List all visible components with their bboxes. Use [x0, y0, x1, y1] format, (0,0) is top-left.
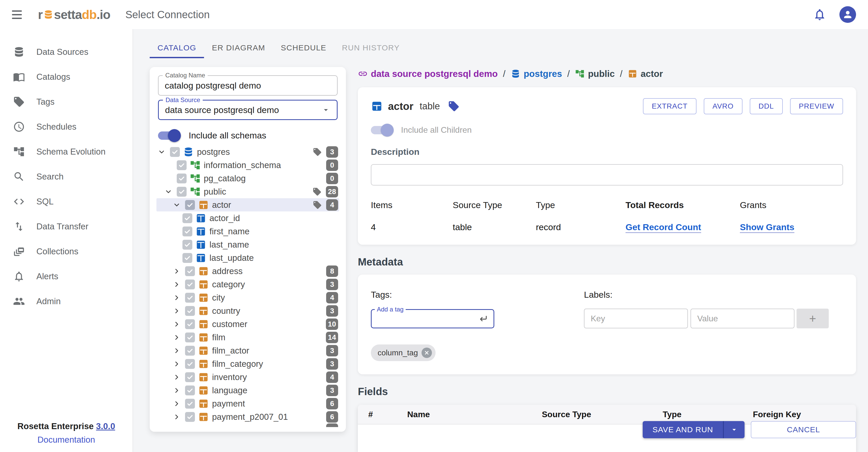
cancel-button[interactable]: CANCEL	[751, 421, 856, 438]
chevron-right-icon[interactable]	[172, 306, 182, 316]
chevron-right-icon[interactable]	[172, 279, 182, 290]
sidebar-item-alerts[interactable]: Alerts	[0, 264, 132, 289]
chevron-down-icon[interactable]	[163, 187, 174, 197]
sidebar-item-admin[interactable]: Admin	[0, 289, 132, 314]
checkbox[interactable]	[185, 280, 195, 289]
chevron-right-icon[interactable]	[172, 346, 182, 356]
checkbox[interactable]	[185, 399, 195, 409]
avro-button[interactable]: AVRO	[704, 98, 742, 114]
chevron-right-icon[interactable]	[172, 319, 182, 329]
tree-row-film[interactable]: film 14	[156, 331, 339, 344]
documentation-link[interactable]: Documentation	[37, 434, 95, 446]
tree-row-film-category[interactable]: film_category 3	[156, 357, 339, 370]
breadcrumb-table[interactable]: actor	[628, 69, 663, 79]
chevron-right-icon[interactable]	[172, 372, 182, 382]
sidebar-item-sql[interactable]: SQL	[0, 189, 132, 214]
checkbox[interactable]	[182, 227, 192, 236]
tab-er-diagram[interactable]: ER DIAGRAM	[204, 38, 273, 58]
tree-row-first-name[interactable]: first_name	[156, 225, 339, 238]
hamburger-menu-icon[interactable]	[12, 10, 22, 19]
chevron-right-icon[interactable]	[172, 266, 182, 277]
checkbox[interactable]	[177, 160, 187, 170]
notifications-bell-icon[interactable]	[813, 8, 827, 21]
tree-row-last-name[interactable]: last_name	[156, 238, 339, 251]
checkbox[interactable]	[185, 412, 195, 422]
tag-icon[interactable]	[448, 100, 460, 112]
tree-row-address[interactable]: address 8	[156, 264, 339, 278]
tree-row-actor-id[interactable]: actor_id	[156, 212, 339, 225]
chevron-right-icon[interactable]	[172, 412, 182, 422]
chevron-right-icon[interactable]	[172, 359, 182, 369]
sidebar-item-tags[interactable]: Tags	[0, 89, 132, 114]
tree-row-country[interactable]: country 3	[156, 304, 339, 317]
checkbox[interactable]	[177, 173, 187, 184]
data-source-select[interactable]: Data Source	[158, 100, 338, 120]
sidebar-item-data-sources[interactable]: Data Sources	[0, 39, 132, 64]
chevron-right-icon[interactable]	[172, 332, 182, 343]
sidebar-item-schedules[interactable]: Schedules	[0, 114, 132, 139]
save-and-run-button[interactable]: SAVE AND RUN	[643, 421, 723, 438]
save-and-run-split-button[interactable]: SAVE AND RUN	[643, 421, 745, 438]
include-all-schemas-toggle[interactable]	[158, 131, 180, 140]
ddl-button[interactable]: DDL	[750, 98, 783, 114]
catalog-name-input[interactable]	[165, 80, 331, 91]
checkbox[interactable]	[182, 240, 192, 250]
breadcrumb-database[interactable]: postgres	[511, 69, 562, 79]
add-tag-field[interactable]: Add a tag	[371, 309, 494, 328]
tree-row-film-actor[interactable]: film_actor 3	[156, 344, 339, 357]
tab-schedule[interactable]: SCHEDULE	[273, 38, 334, 58]
checkbox[interactable]	[185, 319, 195, 329]
data-source-input[interactable]	[165, 105, 321, 115]
checkbox[interactable]	[182, 253, 192, 263]
sidebar-item-collections[interactable]: Collections	[0, 239, 132, 264]
get-record-count-link[interactable]: Get Record Count	[625, 222, 740, 232]
checkbox[interactable]	[185, 372, 195, 382]
preview-button[interactable]: PREVIEW	[790, 98, 843, 114]
checkbox[interactable]	[177, 187, 187, 197]
include-all-children-toggle[interactable]	[371, 126, 393, 134]
chevron-right-icon[interactable]	[172, 292, 182, 303]
version-link[interactable]: 3.0.0	[96, 421, 115, 431]
sidebar-item-data-transfer[interactable]: Data Transfer	[0, 214, 132, 239]
chevron-right-icon[interactable]	[172, 398, 182, 409]
tree-row-information-schema[interactable]: information_schema 0	[156, 158, 339, 172]
tab-run-history[interactable]: RUN HISTORY	[334, 38, 407, 58]
checkbox[interactable]	[185, 386, 195, 395]
add-label-button[interactable]: +	[797, 309, 829, 328]
tree-row-city[interactable]: city 4	[156, 291, 339, 304]
add-tag-input[interactable]	[377, 314, 478, 324]
tab-catalog[interactable]: CATALOG	[150, 38, 204, 58]
tree-row-payment-p2007-01[interactable]: payment_p2007_01 6	[156, 410, 339, 423]
tree-row-inventory[interactable]: inventory 4	[156, 370, 339, 384]
description-textarea[interactable]	[371, 164, 843, 186]
checkbox[interactable]	[185, 266, 195, 276]
show-grants-link[interactable]: Show Grants	[740, 222, 795, 232]
chevron-down-icon[interactable]	[321, 105, 331, 115]
checkbox[interactable]	[185, 359, 195, 369]
app-logo[interactable]: rsettadb.io	[38, 7, 110, 22]
checkbox[interactable]	[185, 293, 195, 303]
extract-button[interactable]: EXTRACT	[643, 98, 696, 114]
user-avatar[interactable]	[839, 6, 856, 23]
checkbox[interactable]	[185, 200, 195, 210]
label-key-input[interactable]	[584, 309, 688, 328]
chevron-right-icon[interactable]	[172, 385, 182, 396]
chevron-down-icon[interactable]	[172, 200, 182, 210]
save-options-dropdown[interactable]	[724, 421, 745, 438]
catalog-name-field[interactable]: Catalog Name	[158, 75, 338, 96]
tree-row-customer[interactable]: customer 10	[156, 317, 339, 331]
tree-row-last-update[interactable]: last_update	[156, 251, 339, 264]
checkbox[interactable]	[185, 332, 195, 343]
sidebar-item-schema-evolution[interactable]: Schema Evolution	[0, 139, 132, 164]
sidebar-item-catalogs[interactable]: Catalogs	[0, 64, 132, 89]
chevron-down-icon[interactable]	[156, 147, 167, 157]
tree-row-postgres[interactable]: postgres 3	[156, 145, 339, 158]
tree-row-public[interactable]: public 28	[156, 185, 339, 198]
tree-row-language[interactable]: language 3	[156, 384, 339, 397]
breadcrumb-datasource[interactable]: data source postgresql demo	[358, 69, 498, 79]
tree-row-pg-catalog[interactable]: pg_catalog 0	[156, 172, 339, 185]
tree-row-category[interactable]: category 3	[156, 278, 339, 291]
sidebar-item-search[interactable]: Search	[0, 164, 132, 189]
breadcrumb-schema[interactable]: public	[575, 69, 615, 79]
remove-tag-icon[interactable]	[422, 348, 432, 358]
